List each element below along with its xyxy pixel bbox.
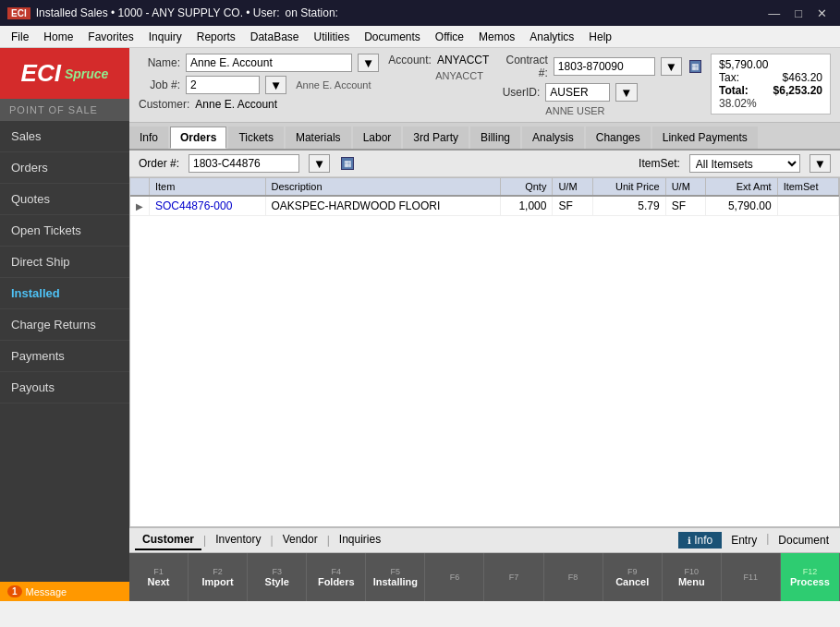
job-name: Anne E. Account [296, 79, 371, 90]
f4-key[interactable]: F4 Folders [307, 553, 366, 601]
order-number-input[interactable] [189, 154, 299, 173]
f9-key[interactable]: F9 Cancel [603, 553, 663, 601]
summary-box: $5,790.00 Tax: $463.20 Total: $6,253.20 … [711, 54, 831, 115]
f5-key[interactable]: F5 Installing [366, 553, 425, 601]
entry-button[interactable]: Entry [725, 532, 762, 549]
f11-key[interactable]: F11 [722, 553, 781, 601]
itemset-dropdown-button[interactable]: ▼ [810, 154, 831, 173]
name-dropdown-button[interactable]: ▼ [358, 54, 379, 72]
menu-inquiry[interactable]: Inquiry [141, 29, 189, 45]
table-row[interactable]: ▶ SOC44876-000 OAKSPEC-HARDWOOD FLOORI 1… [130, 196, 839, 216]
menu-database[interactable]: DataBase [243, 29, 307, 45]
main-layout: ECI Spruce Point of Sale Sales Orders Qu… [0, 48, 840, 601]
col-um2[interactable]: U/M [665, 178, 705, 196]
menu-home[interactable]: Home [36, 29, 80, 45]
col-itemset[interactable]: ItemSet [777, 178, 838, 196]
tab-3rd-party[interactable]: 3rd Party [403, 127, 469, 149]
info-button[interactable]: ℹ Info [678, 532, 722, 549]
minimize-button[interactable]: — [762, 5, 785, 22]
order-dropdown-button[interactable]: ▼ [309, 154, 330, 173]
logo-spruce: Spruce [65, 66, 108, 81]
menu-file[interactable]: File [4, 29, 36, 45]
col-um1[interactable]: U/M [553, 178, 592, 196]
menu-favorites[interactable]: Favorites [80, 29, 140, 45]
menu-reports[interactable]: Reports [189, 29, 243, 45]
bottom-tab-vendor[interactable]: Vendor [275, 530, 325, 550]
menu-office[interactable]: Office [428, 29, 471, 45]
f1-key[interactable]: F1 Next [129, 553, 189, 601]
menu-analytics[interactable]: Analytics [522, 29, 581, 45]
app-icon: ECI [7, 7, 30, 19]
f6-num: F6 [450, 573, 460, 582]
f2-label: Import [202, 576, 234, 587]
tab-linked-payments[interactable]: Linked Payments [652, 127, 758, 149]
menu-help[interactable]: Help [581, 29, 619, 45]
tab-analysis[interactable]: Analysis [522, 127, 584, 149]
info-label: Info [694, 534, 712, 547]
itemset-select[interactable]: All Itemsets [689, 154, 800, 173]
sidebar-item-installed[interactable]: Installed [0, 278, 129, 309]
cell-unit-price: 5.79 [592, 196, 665, 216]
sidebar-item-payouts[interactable]: Payouts [0, 372, 129, 404]
f3-key[interactable]: F3 Style [248, 553, 307, 601]
sidebar-item-open-tickets[interactable]: Open Tickets [0, 215, 129, 247]
col-qnty[interactable]: Qnty [501, 178, 553, 196]
col-ext-amt[interactable]: Ext Amt [705, 178, 777, 196]
tab-tickets[interactable]: Tickets [228, 127, 284, 149]
sidebar-item-sales[interactable]: Sales [0, 121, 129, 152]
f11-num: F11 [744, 573, 759, 582]
maximize-button[interactable]: □ [789, 5, 808, 22]
contract-label: Contract #: [498, 54, 548, 79]
f2-num: F2 [213, 567, 223, 576]
f8-key[interactable]: F8 [544, 553, 603, 601]
sidebar-item-orders[interactable]: Orders [0, 152, 129, 184]
tax-row: Tax: $463.20 [719, 71, 822, 84]
tab-materials[interactable]: Materials [286, 127, 351, 149]
document-button[interactable]: Document [773, 532, 834, 549]
col-description[interactable]: Description [265, 178, 501, 196]
subtotal-value: $5,790.00 [719, 58, 768, 71]
name-row: Name: ▼ [139, 54, 379, 72]
f1-label: Next [148, 576, 170, 587]
tab-billing[interactable]: Billing [470, 127, 520, 149]
job-dropdown-button[interactable]: ▼ [265, 76, 286, 94]
contract-grid-icon[interactable]: ▦ [689, 60, 701, 73]
f12-key[interactable]: F12 Process [781, 553, 840, 601]
contract-dropdown-button[interactable]: ▼ [661, 57, 682, 76]
contract-input[interactable] [554, 57, 655, 76]
f7-num: F7 [509, 573, 519, 582]
row-expand-arrow[interactable]: ▶ [130, 196, 150, 216]
f7-key[interactable]: F7 [484, 553, 543, 601]
total-row: Total: $6,253.20 [719, 84, 822, 97]
tab-orders[interactable]: Orders [170, 127, 226, 149]
tab-info[interactable]: Info [129, 127, 168, 149]
bottom-tab-customer[interactable]: Customer [135, 530, 201, 550]
logo-area: ECI Spruce [0, 48, 129, 99]
col-unit-price[interactable]: Unit Price [592, 178, 665, 196]
name-input[interactable] [186, 54, 352, 72]
userid-input[interactable] [545, 83, 610, 102]
sidebar-item-payments[interactable]: Payments [0, 341, 129, 372]
sidebar-item-charge-returns[interactable]: Charge Returns [0, 309, 129, 341]
userid-dropdown-button[interactable]: ▼ [615, 83, 637, 102]
bottom-tab-inquiries[interactable]: Inquiries [332, 530, 388, 550]
close-button[interactable]: ✕ [811, 5, 833, 22]
col-item[interactable]: Item [150, 178, 266, 196]
sidebar-item-direct-ship[interactable]: Direct Ship [0, 247, 129, 278]
menu-memos[interactable]: Memos [471, 29, 522, 45]
tab-labor[interactable]: Labor [353, 127, 402, 149]
bottom-tab-inventory[interactable]: Inventory [208, 530, 268, 550]
job-input[interactable] [186, 76, 260, 94]
userid-row: UserID: ▼ [498, 83, 701, 102]
account-value: ANYACCT [437, 54, 489, 66]
f6-key[interactable]: F6 [425, 553, 484, 601]
sidebar-item-quotes[interactable]: Quotes [0, 184, 129, 215]
tab-changes[interactable]: Changes [586, 127, 651, 149]
message-bar[interactable]: 1 Message [0, 582, 129, 601]
f2-key[interactable]: F2 Import [189, 553, 248, 601]
menu-utilities[interactable]: Utilities [306, 29, 357, 45]
f10-label: Menu [678, 576, 705, 587]
order-grid-icon[interactable]: ▦ [341, 157, 354, 170]
f10-key[interactable]: F10 Menu [663, 553, 722, 601]
menu-documents[interactable]: Documents [357, 29, 428, 45]
